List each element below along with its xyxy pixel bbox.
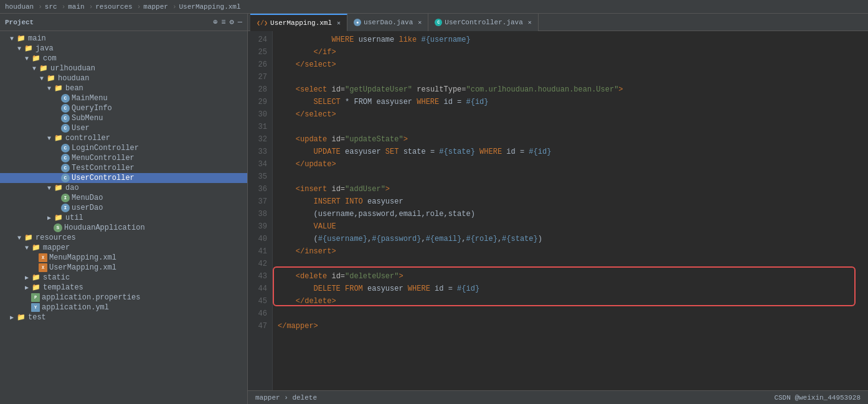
breadcrumb-sep2: › [62,3,66,11]
code-line-31 [278,121,863,133]
breadcrumb-sep3: › [89,3,93,11]
tab-userdao[interactable]: ● userDao.java ✕ [347,14,428,31]
tab-usermapping[interactable]: ❮/❯ UserMapping.xml ✕ [250,14,347,31]
sidebar-label-mapper: mapper [43,243,70,252]
sidebar-tree: ▼📁main▼📁java▼📁com▼📁urlhouduan▼📁houduan▼📁… [0,31,247,404]
line-num-40: 40 [248,233,267,245]
sidebar-label-User: User [72,124,90,133]
tab-userdao-label: userDao.java [364,19,413,26]
sidebar-label-static: static [43,273,70,282]
breadcrumb-sep4: › [137,3,141,11]
sidebar-label-com: com [43,54,57,63]
sidebar-item-application_props[interactable]: Papplication.properties [0,293,247,303]
line-num-47: 47 [248,320,267,332]
code-line-44: DELETE FROM easyuser WHERE id = #{id} [278,283,863,295]
breadcrumb-sep1: › [38,3,42,11]
sidebar-item-UserMapping[interactable]: XUserMapping.xml [0,263,247,273]
code-line-38: (username,password,email,role,state) [278,208,863,220]
code-line-42 [278,258,863,270]
tree-arrow-resources: ▼ [15,235,24,242]
sidebar-item-main[interactable]: ▼📁main [0,34,247,44]
tabs-bar: ❮/❯ UserMapping.xml ✕ ● userDao.java ✕ C… [248,14,868,31]
sidebar-label-QueryInfo: QueryInfo [72,104,112,113]
sidebar-item-java[interactable]: ▼📁java [0,44,247,54]
code-line-37: INSERT INTO easyuser [278,195,863,208]
sidebar-item-bean[interactable]: ▼📁bean [0,83,247,93]
tab-usercontroller[interactable]: C UserController.java ✕ [428,14,538,31]
sidebar-item-houduan[interactable]: ▼📁houduan [0,73,247,83]
sidebar-item-MenuMapping[interactable]: XMenuMapping.xml [0,253,247,263]
code-content[interactable]: WHERE username like #{username} </if> </… [273,31,868,390]
sidebar-icon-menu[interactable]: ≡ [221,18,225,27]
line-num-28: 28 [248,83,267,96]
sidebar-item-com[interactable]: ▼📁com [0,54,247,63]
breadcrumb-project: houduan [5,3,34,11]
tree-arrow-houduan: ▼ [37,75,46,82]
code-line-30: </select> [278,108,863,121]
sidebar-item-dao[interactable]: ▼📁dao [0,183,247,193]
sidebar-label-test: test [28,313,46,322]
tab-usercontroller-label: UserController.java [445,19,522,26]
breadcrumb-file: UserMapping.xml [179,3,241,11]
sidebar-label-MenuController: MenuController [72,154,134,162]
sidebar-item-SubMenu[interactable]: CSubMenu [0,113,247,123]
sidebar-item-resources[interactable]: ▼📁resources [0,233,247,243]
line-num-27: 27 [248,71,267,83]
tree-arrow-main: ▼ [7,35,16,42]
tab-usercontroller-close[interactable]: ✕ [528,19,532,26]
sidebar-item-MenuController[interactable]: CMenuController [0,153,247,163]
sidebar-item-static[interactable]: ▶📁static [0,273,247,283]
code-line-28: <select id="getUpdateUser" resultType="c… [278,83,863,96]
sidebar-icon-collapse[interactable]: — [238,18,242,27]
sidebar-label-dao: dao [65,184,79,192]
code-line-43: <delete id="deleteUser"> [278,270,863,283]
sidebar-item-TestController[interactable]: CTestController [0,163,247,173]
tab-userdao-close[interactable]: ✕ [418,19,422,26]
line-num-29: 29 [248,96,267,108]
sidebar-item-templates[interactable]: ▶📁templates [0,283,247,293]
code-line-40: (#{username},#{password},#{email},#{role… [278,233,863,245]
sidebar-icon-add[interactable]: ⊕ [213,17,217,27]
tree-arrow-urlhouduan: ▼ [30,65,39,72]
sidebar-item-UserController[interactable]: CUserController [0,173,247,183]
sidebar-label-LoginController: LoginController [72,144,139,153]
java-class-icon-LoginController: C [61,144,70,153]
sidebar-label-controller: controller [65,134,110,143]
xml-icon-UserMapping: X [39,263,47,272]
line-numbers: 2425262728293031323334353637383940414243… [248,31,273,390]
sidebar-item-application_yaml[interactable]: Yapplication.yml [0,303,247,312]
sidebar-item-User[interactable]: CUser [0,123,247,133]
sidebar-icon-settings[interactable]: ⚙ [230,17,234,27]
sidebar-label-java: java [35,44,54,53]
line-num-32: 32 [248,133,267,146]
code-line-35 [278,171,863,183]
line-num-31: 31 [248,121,267,133]
sidebar-label-TestController: TestController [72,164,134,172]
sidebar-item-util[interactable]: ▶📁util [0,213,247,223]
code-line-26: </select> [278,59,863,71]
sidebar-label-urlhouduan: urlhouduan [50,64,95,73]
tab-usermapping-close[interactable]: ✕ [337,19,341,27]
sidebar-item-MenuDao[interactable]: IMenuDao [0,193,247,203]
java-interface2-icon-userDao: I [61,204,70,212]
line-num-26: 26 [248,59,267,71]
sidebar-item-LoginController[interactable]: CLoginController [0,143,247,153]
sidebar-item-userDao[interactable]: IuserDao [0,203,247,213]
sidebar-item-urlhouduan[interactable]: ▼📁urlhouduan [0,63,247,73]
sidebar-label-UserMapping: UserMapping.xml [49,263,116,272]
sidebar-header: Project ⊕ ≡ ⚙ — [0,14,247,31]
sidebar-item-QueryInfo[interactable]: CQueryInfo [0,103,247,113]
sidebar-item-mapper[interactable]: ▼📁mapper [0,243,247,253]
sidebar-label-application_props: application.properties [42,293,140,302]
sidebar-item-HouduanApplication[interactable]: SHouduanApplication [0,223,247,233]
code-line-47: </mapper> [278,320,863,332]
line-num-30: 30 [248,108,267,121]
sidebar-item-controller[interactable]: ▼📁controller [0,133,247,143]
sidebar-label-UserController: UserController [72,174,134,182]
tab-xml-icon: ❮/❯ [257,19,268,27]
sidebar-item-MainMenu[interactable]: CMainMenu [0,93,247,103]
top-bar: houduan › src › main › resources › mappe… [0,0,868,14]
sidebar-item-test[interactable]: ▶📁test [0,312,247,322]
line-num-35: 35 [248,171,267,183]
code-line-46 [278,308,863,320]
